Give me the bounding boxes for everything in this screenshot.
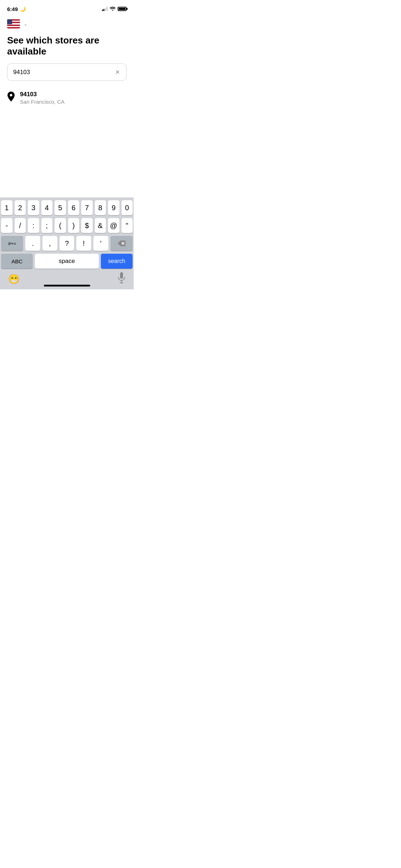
- key-close-paren[interactable]: ): [68, 218, 79, 233]
- key-slash[interactable]: /: [15, 218, 26, 233]
- key-7[interactable]: 7: [81, 200, 93, 215]
- key-exclaim[interactable]: !: [76, 236, 91, 251]
- keyboard-row-numbers: 1 2 3 4 5 6 7 8 9 0: [1, 200, 133, 215]
- key-ampersand[interactable]: &: [95, 218, 106, 233]
- key-colon[interactable]: :: [28, 218, 39, 233]
- search-input-wrapper: ✕: [7, 63, 127, 81]
- svg-point-0: [10, 94, 12, 97]
- key-at[interactable]: @: [108, 218, 119, 233]
- location-result[interactable]: 94103 San Francisco, CA: [7, 88, 127, 108]
- us-flag: [7, 19, 20, 29]
- country-selector[interactable]: ⌄: [7, 19, 127, 29]
- key-question[interactable]: ?: [60, 236, 74, 251]
- status-bar: 6:49 🌙: [0, 0, 134, 16]
- location-info: 94103 San Francisco, CA: [20, 91, 65, 105]
- key-8[interactable]: 8: [95, 200, 106, 215]
- key-5[interactable]: 5: [55, 200, 66, 215]
- key-comma[interactable]: ,: [42, 236, 57, 251]
- key-quote[interactable]: ": [122, 218, 133, 233]
- search-container: ✕: [7, 63, 127, 81]
- key-3[interactable]: 3: [28, 200, 39, 215]
- page-title: See which stores are available: [7, 35, 127, 57]
- chevron-down-icon: ⌄: [24, 21, 28, 27]
- key-1[interactable]: 1: [1, 200, 12, 215]
- key-period[interactable]: .: [25, 236, 40, 251]
- microphone-icon[interactable]: [118, 272, 125, 286]
- key-dollar[interactable]: $: [81, 218, 93, 233]
- content-area: ⌄ See which stores are available ✕ 94103…: [0, 16, 134, 108]
- keyboard: 1 2 3 4 5 6 7 8 9 0 - / : ; ( ) $ & @ " …: [0, 197, 134, 289]
- key-6[interactable]: 6: [68, 200, 79, 215]
- delete-key[interactable]: [110, 236, 133, 251]
- signal-icon: [102, 7, 108, 11]
- key-0[interactable]: 0: [122, 200, 133, 215]
- emoji-button[interactable]: 😁: [8, 274, 20, 285]
- time-display: 6:49: [7, 6, 18, 12]
- clear-button[interactable]: ✕: [114, 68, 120, 76]
- svg-rect-3: [120, 272, 123, 279]
- location-zip: 94103: [20, 91, 65, 98]
- keyboard-bottom-row: ABC space search: [1, 254, 133, 269]
- key-2[interactable]: 2: [15, 200, 26, 215]
- search-input[interactable]: [13, 69, 114, 76]
- status-time: 6:49 🌙: [7, 6, 26, 12]
- wifi-icon: [110, 6, 115, 12]
- key-numpad-toggle[interactable]: #+=: [1, 236, 23, 251]
- key-apostrophe[interactable]: ': [93, 236, 108, 251]
- location-city: San Francisco, CA: [20, 99, 65, 105]
- keyboard-row-symbols: - / : ; ( ) $ & @ ": [1, 218, 133, 233]
- home-indicator: [44, 285, 90, 286]
- moon-icon: 🌙: [20, 6, 26, 12]
- key-open-paren[interactable]: (: [55, 218, 66, 233]
- key-dash[interactable]: -: [1, 218, 12, 233]
- battery-icon: [118, 7, 127, 11]
- keyboard-row-punctuation: #+= . , ? ! ': [1, 236, 133, 251]
- status-icons: [102, 6, 127, 12]
- key-9[interactable]: 9: [108, 200, 119, 215]
- location-pin-icon: [7, 92, 15, 104]
- key-abc[interactable]: ABC: [1, 254, 33, 269]
- key-space[interactable]: space: [35, 254, 99, 269]
- key-search[interactable]: search: [101, 254, 133, 269]
- key-semicolon[interactable]: ;: [41, 218, 53, 233]
- key-4[interactable]: 4: [41, 200, 53, 215]
